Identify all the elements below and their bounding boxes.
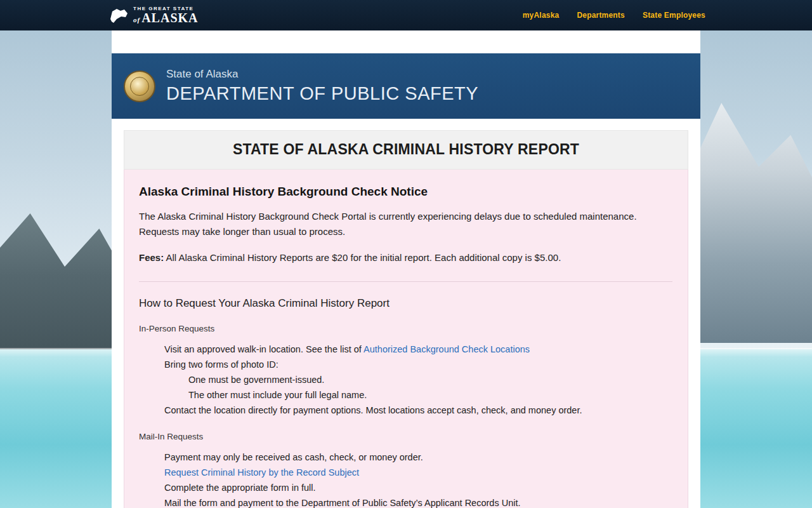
nav-link-state-employees[interactable]: State Employees <box>643 11 705 20</box>
mail-in-list: Payment may only be received as cash, ch… <box>139 450 672 508</box>
state-top-bar: THE GREAT STATE ofALASKA myAlaska Depart… <box>0 0 812 30</box>
logo-text: THE GREAT STATE ofALASKA <box>133 6 199 24</box>
list-item: One must be government-issued. <box>139 372 672 387</box>
list-item-text: Visit an approved walk-in location. See … <box>164 344 363 354</box>
list-item: The other must include your full legal n… <box>139 387 672 403</box>
logo-line2: ofALASKA <box>133 11 199 24</box>
alaska-state-logo[interactable]: THE GREAT STATE ofALASKA <box>108 6 199 25</box>
agency-name-small: State of Alaska <box>166 68 478 81</box>
fees-line: Fees: All Alaska Criminal History Report… <box>139 250 672 265</box>
in-person-heading: In-Person Requests <box>139 324 672 333</box>
main-content-column: State of Alaska DEPARTMENT OF PUBLIC SAF… <box>112 30 700 508</box>
section-divider <box>139 281 672 282</box>
alaska-map-icon <box>108 6 129 25</box>
mail-in-heading: Mail-In Requests <box>139 432 672 441</box>
agency-name-large: DEPARTMENT OF PUBLIC SAFETY <box>166 83 478 104</box>
in-person-list: Visit an approved walk-in location. See … <box>139 342 672 418</box>
record-subject-request-link[interactable]: Request Criminal History by the Record S… <box>164 467 359 478</box>
fees-text: All Alaska Criminal History Reports are … <box>164 252 561 263</box>
notice-section: Alaska Criminal History Background Check… <box>124 170 688 508</box>
notice-paragraph: The Alaska Criminal History Background C… <box>139 209 660 239</box>
fees-label: Fees: <box>139 252 164 263</box>
list-item: Contact the location directly for paymen… <box>139 403 672 418</box>
top-navigation: myAlaska Departments State Employees <box>523 11 705 20</box>
mail-in-block: Mail-In Requests Payment may only be rec… <box>139 432 672 508</box>
list-item: Request Criminal History by the Record S… <box>139 465 672 480</box>
nav-link-myalaska[interactable]: myAlaska <box>523 11 560 20</box>
list-item: Mail the form and payment to the Departm… <box>139 495 672 508</box>
department-header-text: State of Alaska DEPARTMENT OF PUBLIC SAF… <box>166 68 478 104</box>
notice-heading: Alaska Criminal History Background Check… <box>139 185 672 199</box>
list-item: Complete the appropriate form in full. <box>139 480 672 495</box>
department-header-banner: State of Alaska DEPARTMENT OF PUBLIC SAF… <box>112 53 700 119</box>
authorized-locations-link[interactable]: Authorized Background Check Locations <box>363 344 530 354</box>
nav-link-departments[interactable]: Departments <box>577 11 625 20</box>
howto-heading: How to Request Your Alaska Criminal Hist… <box>139 297 672 310</box>
page-title: STATE OF ALASKA CRIMINAL HISTORY REPORT <box>124 141 688 158</box>
list-item: Payment may only be received as cash, ch… <box>139 450 672 465</box>
state-seal-icon <box>124 70 155 102</box>
list-item: Bring two forms of photo ID: <box>139 357 672 372</box>
page-title-band: STATE OF ALASKA CRIMINAL HISTORY REPORT <box>124 130 688 170</box>
list-item: Visit an approved walk-in location. See … <box>139 342 672 357</box>
